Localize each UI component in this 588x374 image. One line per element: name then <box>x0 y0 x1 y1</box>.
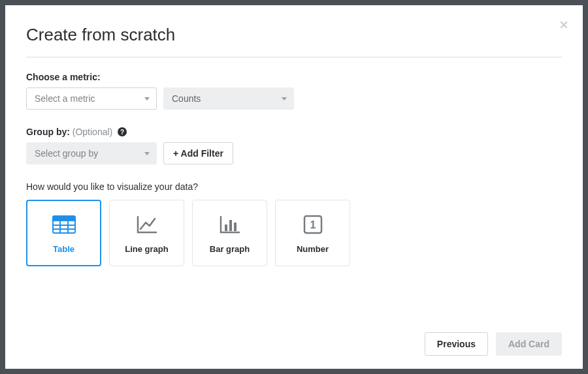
close-icon[interactable]: × <box>559 17 568 33</box>
chevron-down-icon <box>144 152 150 155</box>
group-by-row: Select group by + Add Filter <box>26 142 562 164</box>
line-graph-icon <box>136 213 158 236</box>
metric-select[interactable]: Select a metric <box>26 87 157 110</box>
svg-text:1: 1 <box>310 219 316 230</box>
group-by-placeholder: Select group by <box>35 148 98 159</box>
viz-label: How would you like to visualize your dat… <box>26 181 562 192</box>
viz-option-label: Line graph <box>125 244 168 254</box>
chevron-down-icon <box>144 97 150 101</box>
divider <box>26 57 562 57</box>
group-by-label: Group by: (Optional) ? <box>26 127 562 137</box>
viz-option-table[interactable]: Table <box>26 200 101 266</box>
viz-option-label: Table <box>53 244 74 254</box>
metric-label: Choose a metric: <box>26 72 562 82</box>
viz-option-bar-graph[interactable]: Bar graph <box>192 200 267 266</box>
number-icon: 1 <box>303 213 323 236</box>
bar-graph-icon <box>219 213 241 236</box>
svg-rect-10 <box>234 223 237 231</box>
metric-row: Select a metric Counts <box>26 87 562 110</box>
svg-rect-9 <box>229 220 232 231</box>
add-card-button[interactable]: Add Card <box>496 332 562 356</box>
group-by-select[interactable]: Select group by <box>26 142 157 164</box>
table-icon <box>52 213 76 236</box>
metric-select-placeholder: Select a metric <box>35 93 95 104</box>
add-card-label: Add Card <box>508 339 549 349</box>
group-by-optional: (Optional) <box>73 127 112 137</box>
create-from-scratch-modal: × Create from scratch Choose a metric: S… <box>5 5 583 369</box>
svg-text:?: ? <box>120 129 124 136</box>
modal-title: Create from scratch <box>26 25 562 45</box>
help-icon[interactable]: ? <box>118 127 127 136</box>
aggregation-select[interactable]: Counts <box>163 87 294 110</box>
svg-rect-3 <box>53 216 75 221</box>
add-filter-label: + Add Filter <box>173 148 223 159</box>
previous-button[interactable]: Previous <box>425 332 488 356</box>
svg-rect-8 <box>225 225 227 231</box>
modal-footer: Previous Add Card <box>425 332 562 356</box>
aggregation-value: Counts <box>172 93 201 104</box>
viz-option-number[interactable]: 1 Number <box>275 200 350 266</box>
group-by-label-text: Group by: <box>26 127 70 137</box>
chevron-down-icon <box>282 97 287 101</box>
add-filter-button[interactable]: + Add Filter <box>163 142 233 164</box>
viz-option-line-graph[interactable]: Line graph <box>109 200 184 266</box>
viz-option-label: Number <box>297 244 329 254</box>
viz-options: Table Line graph Bar graph <box>26 200 562 266</box>
viz-option-label: Bar graph <box>210 244 250 254</box>
previous-label: Previous <box>437 339 476 349</box>
